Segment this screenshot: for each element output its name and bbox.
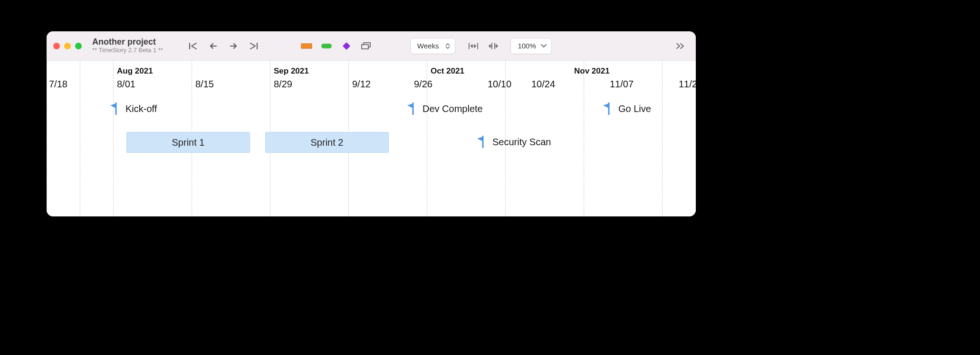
month-label: Sep 2021 — [274, 66, 309, 76]
fit-width-button[interactable] — [464, 37, 483, 55]
month-label: Nov 2021 — [574, 66, 610, 76]
flag-icon — [477, 136, 488, 148]
date-tick-label: 7/18 — [49, 79, 67, 90]
timeline-canvas[interactable]: Aug 2021Sep 2021Oct 2021Nov 20217/188/01… — [47, 61, 696, 216]
fit-width-out-icon — [488, 42, 499, 50]
date-tick-label: 10/24 — [531, 79, 555, 90]
nav-group — [184, 37, 263, 55]
insert-orange-bar-button[interactable] — [297, 37, 316, 55]
gridline — [80, 61, 80, 216]
timeline-bar-label: Sprint 1 — [172, 137, 205, 148]
prev-button[interactable] — [204, 37, 223, 55]
chevrons-right-icon — [676, 43, 685, 49]
insert-green-bar-button[interactable] — [317, 37, 336, 55]
go-to-end-button[interactable] — [244, 37, 263, 55]
date-tick-label: 9/12 — [352, 79, 371, 90]
zoom-value: 100% — [518, 42, 536, 50]
toolbar: Another project ** TimeStory 2.7 Beta 1 … — [47, 31, 696, 61]
gridline — [662, 61, 663, 216]
zoom-select[interactable]: 100% — [510, 38, 551, 54]
close-window-button[interactable] — [53, 43, 60, 49]
insert-group — [297, 37, 376, 55]
stack-rects-icon — [361, 42, 372, 50]
go-to-start-button[interactable] — [184, 37, 203, 55]
milestone-label: Kick-off — [125, 103, 157, 114]
date-tick-label: 8/01 — [117, 79, 135, 90]
chevron-down-icon — [541, 44, 547, 48]
month-label: Oct 2021 — [431, 66, 464, 76]
app-window: Another project ** TimeStory 2.7 Beta 1 … — [47, 31, 696, 216]
time-scale-select[interactable]: Weeks — [410, 38, 456, 54]
flag-icon — [110, 103, 121, 115]
gridline — [113, 61, 114, 216]
green-pill-icon — [321, 44, 332, 48]
title-block: Another project ** TimeStory 2.7 Beta 1 … — [92, 37, 163, 54]
milestone[interactable]: Dev Complete — [407, 103, 483, 115]
go-to-end-icon — [249, 42, 258, 50]
milestone-label: Dev Complete — [423, 103, 483, 114]
arrow-right-icon — [229, 42, 238, 50]
flag-icon — [407, 103, 418, 115]
timeline-bar[interactable]: Sprint 2 — [265, 132, 389, 153]
document-subtitle: ** TimeStory 2.7 Beta 1 ** — [92, 47, 163, 54]
svg-rect-1 — [321, 44, 332, 48]
milestone[interactable]: Go Live — [603, 103, 651, 115]
date-tick-label: 11/21 — [679, 79, 696, 90]
toolbar-overflow-button[interactable] — [672, 43, 689, 49]
zoom-window-button[interactable] — [75, 43, 82, 49]
time-scale-value: Weeks — [417, 42, 439, 50]
arrow-left-icon — [209, 42, 218, 50]
window-controls — [53, 43, 82, 49]
stepper-arrows-icon — [445, 43, 450, 49]
milestone-label: Security Scan — [492, 137, 551, 148]
milestone[interactable]: Kick-off — [110, 103, 157, 115]
month-label: Aug 2021 — [117, 66, 153, 76]
date-tick-label: 10/10 — [488, 79, 511, 90]
fit-content-button[interactable] — [484, 37, 503, 55]
svg-rect-0 — [301, 44, 312, 48]
fit-group — [464, 37, 503, 55]
date-tick-label: 9/26 — [414, 79, 432, 90]
go-to-start-icon — [189, 42, 198, 50]
flag-icon — [603, 103, 614, 115]
timeline-bar-label: Sprint 2 — [311, 137, 344, 148]
date-tick-label: 11/07 — [610, 79, 634, 90]
next-button[interactable] — [224, 37, 243, 55]
svg-rect-3 — [362, 45, 368, 49]
milestone-label: Go Live — [618, 103, 651, 114]
date-tick-label: 8/29 — [274, 79, 292, 90]
date-tick-label: 8/15 — [195, 79, 214, 90]
timeline-bar[interactable]: Sprint 1 — [126, 132, 250, 153]
milestone[interactable]: Security Scan — [477, 136, 551, 148]
insert-milestone-button[interactable] — [337, 37, 356, 55]
document-title: Another project — [92, 37, 163, 47]
minimize-window-button[interactable] — [64, 43, 71, 49]
gridline — [47, 61, 47, 216]
gridline — [584, 61, 584, 216]
purple-diamond-icon — [342, 42, 351, 50]
fit-width-in-icon — [468, 42, 479, 50]
orange-bar-icon — [301, 43, 312, 49]
insert-group-button[interactable] — [357, 37, 376, 55]
